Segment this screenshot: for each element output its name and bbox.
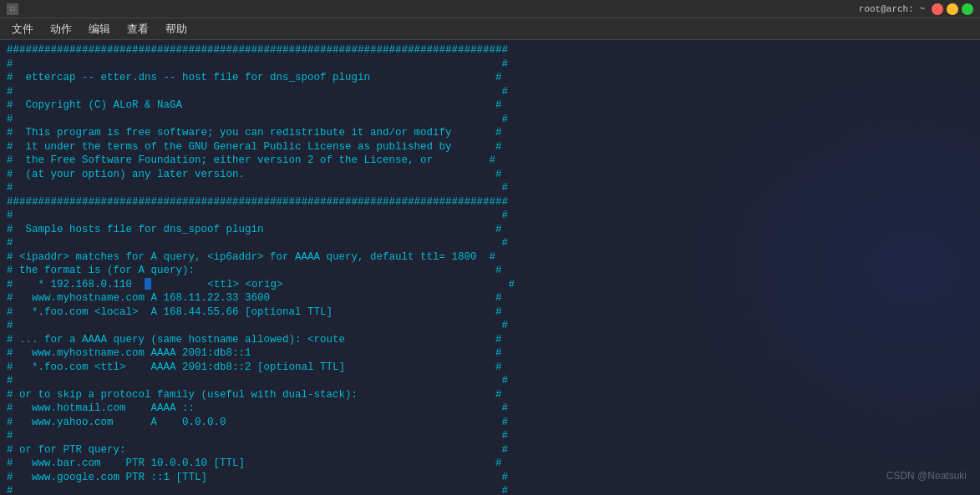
code-line-text: # www.yahoo.com A 0.0.0.0 # <box>7 416 508 430</box>
title-bar: □ root@arch: ~ <box>0 0 980 18</box>
code-line-text: # it under the terms of the GNU General … <box>7 140 502 154</box>
code-line: # or to skip a protocol family (useful w… <box>0 388 980 402</box>
code-line-text: # * 192.168.0.110 <box>7 278 145 292</box>
menu-file[interactable]: 文件 <box>5 20 40 38</box>
title-bar-left: □ <box>7 3 18 15</box>
code-line: # # <box>0 374 980 388</box>
menu-view[interactable]: 查看 <box>120 20 155 38</box>
code-line-text: # # <box>7 374 508 388</box>
code-line: # ettercap -- etter.dns -- host file for… <box>0 71 980 85</box>
menu-help[interactable]: 帮助 <box>159 20 194 38</box>
code-line: # ... for a AAAA query (same hostname al… <box>0 333 980 347</box>
code-line: # or for PTR query: # <box>0 443 980 457</box>
code-line: # www.bar.com PTR 10.0.0.10 [TTL] # <box>0 457 980 471</box>
code-line-text: # ettercap -- etter.dns -- host file for… <box>7 71 502 85</box>
code-line: # # <box>0 85 980 99</box>
code-line: # *.foo.com <ttl> AAAA 2001:db8::2 [opti… <box>0 361 980 375</box>
code-line-text: # # <box>7 236 508 250</box>
editor-area: ########################################… <box>0 40 980 495</box>
code-line-text: # the Free Software Foundation; either v… <box>7 154 495 168</box>
code-line-text: # www.myhostname.com A 168.11.22.33 3600… <box>7 291 502 306</box>
code-line-text: # or to skip a protocol family (useful w… <box>7 388 502 402</box>
csdn-watermark: CSDN @Neatsuki <box>886 470 967 482</box>
code-content[interactable]: ########################################… <box>0 40 980 495</box>
maximize-button[interactable] <box>962 3 973 15</box>
code-line: # www.hotmail.com AAAA :: # <box>0 402 980 416</box>
code-line-text-after: <ttl> <orig> # <box>151 278 515 292</box>
code-line: # www.myhostname.com AAAA 2001:db8::1 # <box>0 346 980 361</box>
menu-edit[interactable]: 编辑 <box>82 20 117 38</box>
code-line-text: # www.hotmail.com AAAA :: # <box>7 402 508 416</box>
code-line: # # <box>0 319 980 333</box>
code-line-text: # Sample hosts file for dns_spoof plugin… <box>7 223 502 237</box>
code-line: # # <box>0 429 980 443</box>
code-line-text: # www.bar.com PTR 10.0.0.10 [TTL] # <box>7 457 502 471</box>
code-line: # # <box>0 209 980 223</box>
code-line-text: ########################################… <box>7 43 508 58</box>
code-line: # the format is (for A query): # <box>0 264 980 278</box>
code-line: ########################################… <box>0 195 980 210</box>
code-line: # Sample hosts file for dns_spoof plugin… <box>0 223 980 237</box>
code-line-text: # # <box>7 484 508 495</box>
code-line: # # <box>0 236 980 250</box>
code-line: # www.google.com PTR ::1 [TTL] # <box>0 471 980 485</box>
code-line-text: # Copyright (C) ALoR & NaGA # <box>7 98 502 113</box>
code-line: # www.yahoo.com A 0.0.0.0 # <box>0 416 980 430</box>
window-controls <box>932 3 973 15</box>
menu-action[interactable]: 动作 <box>43 20 79 38</box>
code-line-text: # # <box>7 113 508 127</box>
code-line-text: # <ipaddr> matches for A query, <ip6addr… <box>7 250 495 265</box>
code-line: # (at your option) any later version. # <box>0 168 980 182</box>
code-line: # # <box>0 181 980 195</box>
window-icon: □ <box>7 3 18 15</box>
code-line-text: ########################################… <box>7 195 508 210</box>
code-line: # www.myhostname.com A 168.11.22.33 3600… <box>0 291 980 306</box>
code-line: # # <box>0 113 980 127</box>
code-line: # the Free Software Foundation; either v… <box>0 154 980 168</box>
code-line-text: # # <box>7 319 508 333</box>
title-bar-right: root@arch: ~ <box>859 3 973 15</box>
menu-bar: 文件 动作 编辑 查看 帮助 <box>0 18 980 40</box>
code-line: # This program is free software; you can… <box>0 126 980 140</box>
code-line-text: # # <box>7 209 508 223</box>
code-line: # *.foo.com <local> A 168.44.55.66 [opti… <box>0 306 980 320</box>
code-line-text: # *.foo.com <local> A 168.44.55.66 [opti… <box>7 306 502 320</box>
code-line: # # <box>0 484 980 495</box>
text-cursor <box>145 278 151 290</box>
code-line: # * 192.168.0.110 <ttl> <orig> # <box>0 278 980 292</box>
code-line: # # <box>0 58 980 72</box>
code-line: # it under the terms of the GNU General … <box>0 140 980 154</box>
window-title: root@arch: ~ <box>859 4 925 14</box>
minimize-button[interactable] <box>947 3 958 15</box>
code-line: # <ipaddr> matches for A query, <ip6addr… <box>0 250 980 265</box>
code-line-text: # the format is (for A query): # <box>7 264 502 278</box>
code-line-text: # *.foo.com <ttl> AAAA 2001:db8::2 [opti… <box>7 361 502 375</box>
code-line: ########################################… <box>0 43 980 58</box>
code-line-text: # # <box>7 58 508 72</box>
code-line-text: # # <box>7 181 508 195</box>
code-line-text: # This program is free software; you can… <box>7 126 502 140</box>
code-line-text: # (at your option) any later version. # <box>7 168 502 182</box>
code-line-text: # or for PTR query: # <box>7 443 508 457</box>
code-line-text: # # <box>7 85 508 99</box>
code-line: # Copyright (C) ALoR & NaGA # <box>0 98 980 113</box>
code-line-text: # www.google.com PTR ::1 [TTL] # <box>7 471 508 485</box>
code-line-text: # ... for a AAAA query (same hostname al… <box>7 333 502 347</box>
close-button[interactable] <box>932 3 943 15</box>
code-line-text: # www.myhostname.com AAAA 2001:db8::1 # <box>7 346 502 361</box>
code-line-text: # # <box>7 429 508 443</box>
